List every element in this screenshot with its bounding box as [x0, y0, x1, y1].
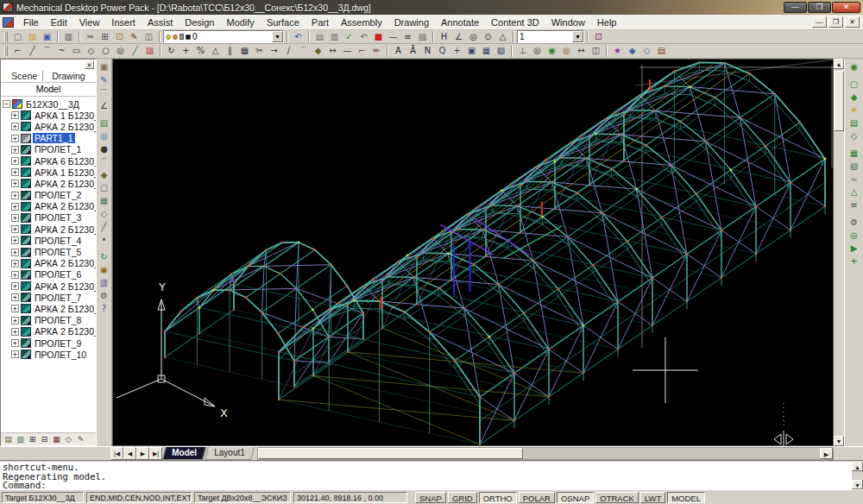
layer-previous-button[interactable]: ↶	[356, 30, 371, 43]
tree-item[interactable]: +ПРОЛЕТ_8	[1, 315, 96, 326]
expand-icon[interactable]: +	[11, 146, 19, 154]
toggle-grid[interactable]: GRID	[448, 492, 477, 503]
cut-clip-button[interactable]: ✂	[83, 30, 98, 43]
chamfer-button[interactable]: ◆	[311, 45, 325, 58]
match-properties-button[interactable]: ✎	[127, 30, 142, 43]
save-button[interactable]: ▣	[40, 30, 54, 43]
distance-button[interactable]: ↔	[574, 45, 589, 58]
tab-drawing[interactable]: Drawing	[47, 71, 91, 81]
tree-item[interactable]: +ПРОЛЕТ_10	[1, 349, 96, 360]
menu-drawing[interactable]: Drawing	[388, 16, 435, 29]
mdt-options-button[interactable]: ⚙	[98, 289, 111, 302]
print-preview-button[interactable]: ◫	[142, 30, 156, 43]
tab-model[interactable]: Model	[1, 82, 96, 97]
expand-icon[interactable]: +	[11, 203, 19, 211]
tree-item[interactable]: +АРКА 2 Б1230_1	[1, 121, 96, 132]
collapse-tree-button[interactable]: ⊟	[39, 434, 50, 445]
menu-content-3d[interactable]: Content 3D	[485, 16, 545, 29]
mdi-restore-button[interactable]: ❐	[828, 16, 843, 28]
fog-button[interactable]: △	[847, 186, 861, 198]
expand-icon[interactable]: +	[11, 305, 19, 312]
expand-icon[interactable]: +	[11, 236, 19, 244]
move-button[interactable]: +	[179, 45, 193, 58]
work-plane-button[interactable]: ◇	[98, 207, 111, 220]
expand-icon[interactable]: +	[11, 339, 19, 347]
make-object-layer-button[interactable]: ✓	[342, 30, 356, 43]
camera-button[interactable]: ◎	[559, 45, 574, 58]
menu-help[interactable]: Help	[591, 16, 623, 29]
tree-item[interactable]: +PART1_1	[1, 133, 96, 144]
revolve-button[interactable]: ◎	[98, 129, 111, 142]
expand-icon[interactable]: +	[11, 350, 19, 358]
mirror-button[interactable]: △	[208, 45, 223, 58]
power-snap-button[interactable]: ⊡	[591, 30, 606, 43]
tab-scene[interactable]: Scene	[6, 71, 43, 81]
cmd-scroll-up-icon[interactable]: ▲	[852, 462, 863, 471]
menu-window[interactable]: Window	[545, 16, 591, 29]
rotate-button[interactable]: ↻	[164, 45, 179, 58]
shade-views-button[interactable]: ▧	[494, 45, 508, 58]
tree-item[interactable]: +ПРОЛЕТ_2	[1, 190, 96, 201]
sketch-button[interactable]: ✎	[98, 73, 111, 86]
tree-item[interactable]: +ПРОЛЕТ_9	[1, 337, 96, 349]
array-button[interactable]: ▦	[237, 45, 252, 58]
construction-line-button[interactable]: ╱	[128, 45, 142, 58]
scroll-down-icon[interactable]: ▼	[834, 436, 844, 446]
tree-item[interactable]: +АРКА 6 Б1230_1	[1, 155, 96, 167]
offset-button[interactable]: ∥	[223, 45, 237, 58]
tree-item[interactable]: +АРКА 2 Б1230_9	[1, 326, 96, 337]
plot-style-button[interactable]: ▨	[415, 30, 430, 43]
ucs-world-button[interactable]: ◎	[530, 45, 545, 58]
paste-clip-button[interactable]: ⊡	[112, 30, 127, 43]
expand-icon[interactable]: +	[11, 111, 19, 119]
horizontal-scroll-thumb[interactable]	[258, 448, 522, 459]
expand-icon[interactable]: +	[11, 282, 19, 290]
collapse-icon[interactable]: −	[3, 100, 10, 108]
tree-item[interactable]: +АРКА 2 Б1230_3	[1, 201, 96, 212]
camera-adjust-button[interactable]: ▶	[847, 242, 861, 255]
scroll-right-icon[interactable]: ▶	[820, 448, 833, 459]
ucs-button[interactable]: ⊥	[515, 45, 530, 58]
toggle-model[interactable]: MODEL	[667, 492, 705, 503]
panel-close-icon[interactable]: ✕	[85, 60, 94, 69]
expand-icon[interactable]: +	[11, 225, 19, 233]
extend-button[interactable]: →	[267, 45, 281, 58]
menu-edit[interactable]: Edit	[45, 16, 73, 29]
last-tab-icon[interactable]: ▶|	[149, 447, 162, 460]
edit-polyline-button[interactable]: ⌐	[355, 45, 369, 58]
expand-icon[interactable]: +	[11, 123, 19, 130]
expand-icon[interactable]: +	[11, 180, 19, 187]
next-tab-icon[interactable]: ▶	[136, 447, 149, 460]
render-button[interactable]: ◉	[847, 60, 861, 73]
tree-item[interactable]: −Б12X30__3Д	[1, 98, 96, 110]
open-button[interactable]: ▤	[25, 30, 40, 43]
update-part-button[interactable]: ↻	[98, 250, 111, 263]
circle-button[interactable]: ○	[98, 45, 113, 58]
toggle-snap[interactable]: SNAP	[415, 492, 446, 503]
3d-views-button[interactable]: ▦	[479, 45, 494, 58]
spline-button[interactable]: ~	[54, 45, 69, 58]
chamfer-feature-button[interactable]: ◆	[98, 168, 111, 181]
dim-radius-button[interactable]: ◎	[466, 30, 481, 43]
menu-assembly[interactable]: Assembly	[335, 16, 388, 29]
render-preferences-button[interactable]: ⚙	[847, 216, 861, 229]
close-button[interactable]: ✕	[832, 2, 860, 13]
minimize-button[interactable]: —	[784, 2, 807, 13]
tree-item[interactable]: +АРКА 2 Б1230_2	[1, 178, 96, 189]
expand-icon[interactable]: +	[11, 260, 19, 268]
stretch-button[interactable]: ↔	[325, 45, 340, 58]
color-control-button[interactable]: ■	[371, 30, 386, 43]
expand-icon[interactable]: +	[11, 192, 19, 199]
shell-button[interactable]: ▢	[98, 181, 111, 194]
browser-filter-button[interactable]: ▥	[15, 434, 26, 445]
3d-orbit-button[interactable]: ◉	[545, 45, 559, 58]
browser-up-button[interactable]: ▤	[3, 434, 14, 445]
expand-icon[interactable]: +	[11, 168, 19, 176]
expand-icon[interactable]: +	[11, 214, 19, 222]
polygon-button[interactable]: ◇	[84, 45, 98, 58]
materials-library-button[interactable]: ▦	[847, 147, 861, 160]
expand-icon[interactable]: +	[11, 328, 19, 336]
text-button[interactable]: A	[391, 45, 406, 58]
tree-item[interactable]: +АРКА 2 Б1230_6	[1, 258, 96, 269]
tree-item[interactable]: +АРКА 1 Б1230_2	[1, 167, 96, 178]
